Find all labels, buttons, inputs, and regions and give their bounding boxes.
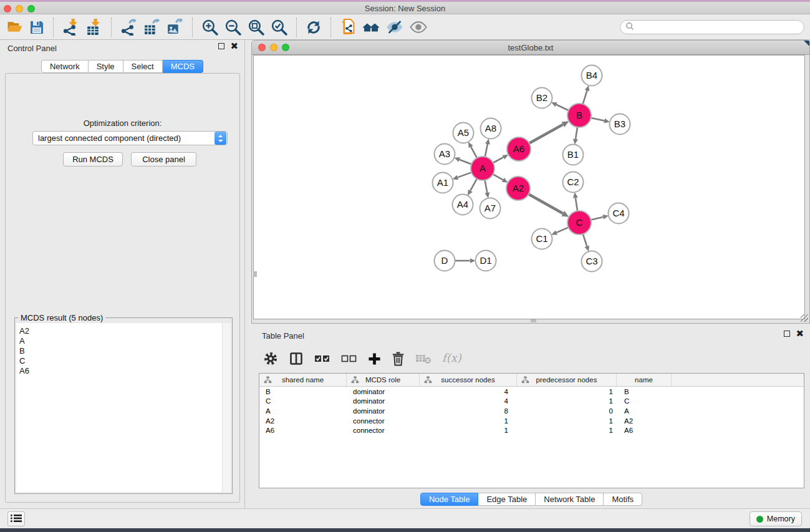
graph-node-A6[interactable]: A6 <box>507 137 531 161</box>
hide-graphics-details-button[interactable] <box>383 19 407 35</box>
show-graphics-details-button[interactable] <box>407 19 430 35</box>
table-row[interactable]: Cdominator41C <box>259 397 804 407</box>
graph-edge-A-A7[interactable] <box>485 180 488 193</box>
tab-network-table[interactable]: Network Table <box>536 493 604 506</box>
graph-edge-A-A4[interactable] <box>470 179 477 191</box>
result-item[interactable]: B <box>19 346 222 356</box>
column-header-successor-nodes[interactable]: successor nodes <box>420 374 517 386</box>
column-header-predecessor-nodes[interactable]: predecessor nodes <box>517 374 617 386</box>
graph-node-A7[interactable]: A7 <box>480 198 501 219</box>
graph-edge-A-A2[interactable] <box>493 174 503 180</box>
close-panel-icon[interactable]: ✖ <box>230 43 238 49</box>
graph-edge-A-A3[interactable] <box>460 160 471 164</box>
table-row[interactable]: A2connector11A2 <box>259 416 804 426</box>
graph-edge-B-B3[interactable] <box>591 118 605 121</box>
result-item[interactable]: C <box>19 356 222 366</box>
graph-node-A8[interactable]: A8 <box>481 118 501 139</box>
window-resize-grip[interactable] <box>801 314 808 322</box>
zoom-selected-button[interactable] <box>268 18 291 36</box>
export-table-button[interactable] <box>140 18 163 36</box>
network-file-button[interactable] <box>337 18 359 36</box>
vertical-scroll-thumb[interactable] <box>253 271 257 277</box>
graph-edge-A6-B[interactable] <box>529 125 563 143</box>
graph-node-C[interactable]: C <box>567 211 591 235</box>
import-table-button[interactable] <box>82 18 105 36</box>
tab-style[interactable]: Style <box>89 60 123 73</box>
network-menu-corner-icon[interactable] <box>804 41 809 46</box>
result-list-scrollbar[interactable] <box>222 323 231 492</box>
home-button[interactable] <box>359 19 383 35</box>
task-history-button[interactable] <box>7 511 25 526</box>
result-item[interactable]: A <box>19 336 222 346</box>
network-canvas[interactable]: B4B2BB3A5A8A6A3AB1A1A2C2A4A7CC4C1C3DD1 <box>253 55 805 319</box>
export-image-button[interactable] <box>163 18 186 36</box>
save-session-button[interactable] <box>26 19 47 36</box>
graph-edge-C-C3[interactable] <box>583 234 587 246</box>
zoom-out-button[interactable] <box>221 18 244 36</box>
tab-motifs[interactable]: Motifs <box>604 493 642 506</box>
table-row[interactable]: Adominator80A <box>259 406 804 416</box>
tab-edge-table[interactable]: Edge Table <box>478 493 536 506</box>
result-item[interactable]: A6 <box>19 366 222 376</box>
graph-node-D[interactable]: D <box>435 251 455 271</box>
graph-node-A1[interactable]: A1 <box>433 173 453 193</box>
graph-node-B1[interactable]: B1 <box>563 145 584 165</box>
search-input[interactable] <box>637 22 799 32</box>
graph-node-A5[interactable]: A5 <box>453 123 474 143</box>
graph-node-A2[interactable]: A2 <box>506 177 530 200</box>
graph-edge-A-A1[interactable] <box>458 172 471 177</box>
graph-node-B4[interactable]: B4 <box>582 65 602 86</box>
close-panel-button[interactable]: Close panel <box>131 152 196 167</box>
table-row[interactable]: A6connector11A6 <box>259 425 804 435</box>
close-table-panel-icon[interactable]: ✖ <box>796 331 804 337</box>
graph-edge-B-B2[interactable] <box>556 105 569 110</box>
graph-node-A[interactable]: A <box>471 157 494 180</box>
graph-edge-A-A5[interactable] <box>471 147 477 158</box>
graph-node-A3[interactable]: A3 <box>435 144 455 165</box>
column-header-name[interactable]: name <box>617 374 672 386</box>
table-row[interactable]: Bdominator41B <box>259 387 804 397</box>
import-network-button[interactable] <box>59 18 82 36</box>
graph-node-D1[interactable]: D1 <box>476 251 496 271</box>
graph-node-A4[interactable]: A4 <box>453 195 473 215</box>
graph-node-C1[interactable]: C1 <box>532 229 552 249</box>
column-header-shared-name[interactable]: shared name <box>259 374 347 386</box>
graph-node-C4[interactable]: C4 <box>609 203 629 224</box>
open-file-button[interactable] <box>4 19 26 35</box>
graph-node-B[interactable]: B <box>567 104 591 127</box>
graph-edge-C-C1[interactable] <box>556 228 568 233</box>
graph-edge-B-B4[interactable] <box>583 90 587 104</box>
export-network-button[interactable] <box>117 18 140 36</box>
column-chooser-button[interactable] <box>289 351 304 366</box>
tab-network[interactable]: Network <box>41 60 89 73</box>
run-mcds-button[interactable]: Run MCDS <box>63 152 123 167</box>
result-item[interactable]: A2 <box>19 326 222 336</box>
graph-edge-B-B1[interactable] <box>576 127 577 139</box>
horizontal-scroll-thumb[interactable] <box>531 319 536 322</box>
column-header-mcds-role[interactable]: MCDS role <box>347 374 420 386</box>
graph-node-B2[interactable]: B2 <box>532 88 552 109</box>
graph-node-C2[interactable]: C2 <box>563 172 584 193</box>
float-table-panel-icon[interactable] <box>784 331 790 337</box>
float-panel-icon[interactable] <box>218 43 224 49</box>
graph-node-C3[interactable]: C3 <box>582 251 602 272</box>
deselect-all-button[interactable] <box>341 353 357 364</box>
add-column-button[interactable] <box>368 352 381 365</box>
graph-edge-A-A8[interactable] <box>485 144 488 157</box>
apply-layout-button[interactable] <box>302 19 325 36</box>
tab-select[interactable]: Select <box>123 60 163 73</box>
select-all-button[interactable] <box>314 353 330 364</box>
tab-node-table[interactable]: Node Table <box>420 493 479 506</box>
tab-mcds[interactable]: MCDS <box>163 60 203 73</box>
graph-edge-C-C4[interactable] <box>591 217 604 220</box>
graph-edge-C-C2[interactable] <box>576 198 577 211</box>
memory-button[interactable]: Memory <box>750 511 802 526</box>
criterion-select[interactable]: largest connected component (directed) <box>32 131 228 145</box>
settings-gear-button[interactable] <box>263 351 278 366</box>
graph-edge-A2-C[interactable] <box>529 194 563 213</box>
search-box[interactable] <box>620 20 804 34</box>
graph-edge-A-A6[interactable] <box>493 157 504 163</box>
zoom-in-button[interactable] <box>198 18 221 36</box>
graph-node-B3[interactable]: B3 <box>610 114 630 135</box>
delete-column-button[interactable] <box>392 351 405 366</box>
